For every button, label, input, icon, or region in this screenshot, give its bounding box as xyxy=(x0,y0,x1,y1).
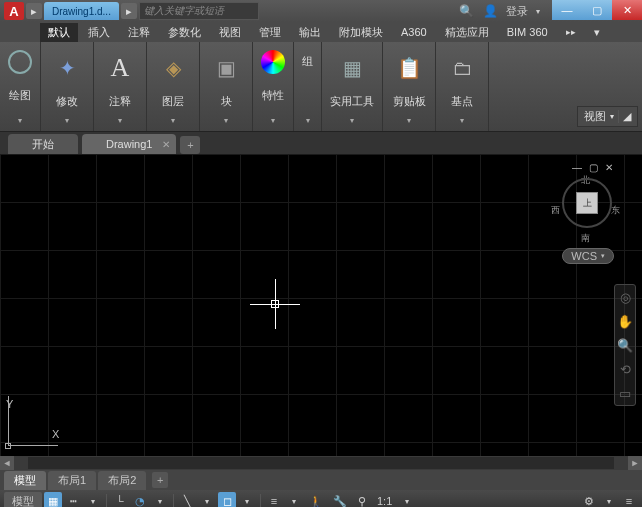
search-input[interactable]: 键入关键字或短语 xyxy=(139,2,259,20)
text-icon: A xyxy=(102,50,138,86)
new-tab-button[interactable]: + xyxy=(180,136,200,154)
maximize-button[interactable]: ▢ xyxy=(582,0,612,20)
panel-group[interactable]: 组▾ xyxy=(294,42,322,131)
scroll-left-icon[interactable]: ◄ xyxy=(0,456,14,470)
viewcube-top-face[interactable]: 上 xyxy=(576,192,598,214)
tab-insert[interactable]: 插入 xyxy=(80,23,118,42)
tab-featured[interactable]: 精选应用 xyxy=(437,23,497,42)
qat-dropdown[interactable]: ▸ xyxy=(26,3,42,19)
osnap-button[interactable]: ◻ xyxy=(218,492,236,507)
navigation-bar: ◎ ✋ 🔍 ⟲ ▭ xyxy=(614,284,636,406)
wcs-badge[interactable]: WCS▾ xyxy=(562,248,614,264)
chevron-down-icon[interactable]: ▾ xyxy=(171,116,175,127)
customize-button[interactable]: ≡ xyxy=(620,492,638,507)
chevron-down-icon[interactable]: ▾ xyxy=(407,116,411,127)
snap-dropdown[interactable]: ▾ xyxy=(84,492,102,507)
chevron-down-icon[interactable]: ▾ xyxy=(18,116,22,127)
login-dropdown-icon[interactable]: ▾ xyxy=(536,7,540,16)
wrench-icon[interactable]: 🔧 xyxy=(329,492,351,507)
add-layout-button[interactable]: + xyxy=(152,472,168,488)
chevron-down-icon[interactable]: ▾ xyxy=(224,116,228,127)
viewport-minimize[interactable]: — xyxy=(570,160,584,174)
tab-model[interactable]: 模型 xyxy=(4,471,46,490)
tab-default[interactable]: 默认 xyxy=(40,23,78,42)
compass-south: 南 xyxy=(581,232,590,245)
isodraft-dropdown[interactable]: ▾ xyxy=(198,492,216,507)
viewport-close[interactable]: ✕ xyxy=(602,160,616,174)
tab-view[interactable]: 视图 xyxy=(211,23,249,42)
drawing-canvas[interactable]: Y X — ▢ ✕ 北 南 东 西 上 WCS▾ ◎ ✋ 🔍 ⟲ ▭ xyxy=(0,154,642,456)
settings-gear-icon[interactable]: ⚙ xyxy=(580,492,598,507)
file-tab-dropdown[interactable]: ▸ xyxy=(121,3,137,19)
viewport-maximize[interactable]: ▢ xyxy=(586,160,600,174)
ortho-mode-button[interactable]: └ xyxy=(111,492,129,507)
orbit-icon[interactable]: ⟲ xyxy=(617,361,633,377)
search-icon[interactable]: 🔍 xyxy=(458,3,474,19)
tab-drawing1[interactable]: Drawing1✕ xyxy=(82,134,176,154)
chevron-down-icon[interactable]: ▾ xyxy=(118,116,122,127)
folder-icon: 🗀 xyxy=(444,50,480,86)
grid-display-button[interactable]: ▦ xyxy=(44,492,62,507)
user-icon[interactable]: 👤 xyxy=(482,3,498,19)
panel-utilities[interactable]: ▦实用工具▾ xyxy=(322,42,383,131)
chevron-down-icon[interactable]: ▾ xyxy=(306,116,310,127)
close-icon[interactable]: ✕ xyxy=(162,139,170,150)
panel-block[interactable]: ▣块▾ xyxy=(200,42,253,131)
tab-bim360[interactable]: BIM 360 xyxy=(499,24,556,40)
tab-layout1[interactable]: 布局1 xyxy=(48,471,96,490)
chevron-down-icon[interactable]: ▾ xyxy=(460,116,464,127)
minimize-button[interactable]: — xyxy=(552,0,582,20)
compass-west: 西 xyxy=(551,204,560,217)
lineweight-button[interactable]: ≡ xyxy=(265,492,283,507)
tab-annotate[interactable]: 注释 xyxy=(120,23,158,42)
panel-basepoint[interactable]: 🗀基点▾ xyxy=(436,42,489,131)
showmotion-icon[interactable]: ▭ xyxy=(617,385,633,401)
horizontal-scrollbar[interactable]: ◄ ► xyxy=(0,456,642,470)
panel-layers[interactable]: ◈图层▾ xyxy=(147,42,200,131)
view-dropdown[interactable]: 视图▾◢ xyxy=(577,106,638,127)
steering-wheel-icon[interactable]: ◎ xyxy=(617,289,633,305)
snap-mode-button[interactable]: ┅ xyxy=(64,492,82,507)
tab-more[interactable]: ▾ xyxy=(586,24,608,41)
app-logo[interactable]: A xyxy=(4,2,24,20)
statusbar: 模型 ▦ ┅ ▾ └ ◔ ▾ ╲ ▾ ◻ ▾ ≡ ▾ 🚶 🔧 ⚲ 1:1 ▾ ⚙… xyxy=(0,490,642,507)
panel-annotate[interactable]: A注释▾ xyxy=(94,42,147,131)
panel-clipboard[interactable]: 📋剪贴板▾ xyxy=(383,42,436,131)
tab-overflow[interactable]: ▸▸ xyxy=(558,25,584,39)
polar-dropdown[interactable]: ▾ xyxy=(151,492,169,507)
annotation-monitor-icon[interactable]: ⚲ xyxy=(353,492,371,507)
tab-manage[interactable]: 管理 xyxy=(251,23,289,42)
chevron-down-icon[interactable]: ▾ xyxy=(65,116,69,127)
scale-dropdown[interactable]: ▾ xyxy=(398,492,416,507)
viewcube[interactable]: 上 xyxy=(562,178,612,228)
tab-addins[interactable]: 附加模块 xyxy=(331,23,391,42)
scroll-track[interactable] xyxy=(28,457,614,469)
pan-icon[interactable]: ✋ xyxy=(617,313,633,329)
panel-modify[interactable]: ✦修改▾ xyxy=(41,42,94,131)
isodraft-button[interactable]: ╲ xyxy=(178,492,196,507)
ribbon-tabs: 默认 插入 注释 参数化 视图 管理 输出 附加模块 A360 精选应用 BIM… xyxy=(0,22,642,42)
zoom-icon[interactable]: 🔍 xyxy=(617,337,633,353)
scroll-right-icon[interactable]: ► xyxy=(628,456,642,470)
panel-properties[interactable]: 特性▾ xyxy=(253,42,294,131)
tab-parametric[interactable]: 参数化 xyxy=(160,23,209,42)
tab-a360[interactable]: A360 xyxy=(393,24,435,40)
clipboard-icon: 📋 xyxy=(391,50,427,86)
block-icon: ▣ xyxy=(208,50,244,86)
panel-draw[interactable]: 绘图▾ xyxy=(0,42,41,131)
chevron-down-icon[interactable]: ▾ xyxy=(271,116,275,127)
tab-layout2[interactable]: 布局2 xyxy=(98,471,146,490)
tab-start[interactable]: 开始 xyxy=(8,134,78,154)
chevron-down-icon[interactable]: ▾ xyxy=(350,116,354,127)
scale-label[interactable]: 1:1 xyxy=(373,492,396,507)
lineweight-dropdown[interactable]: ▾ xyxy=(285,492,303,507)
close-button[interactable]: ✕ xyxy=(612,0,642,20)
tab-output[interactable]: 输出 xyxy=(291,23,329,42)
workspace-dropdown[interactable]: ▾ xyxy=(600,492,618,507)
current-file-tab[interactable]: Drawing1.d... xyxy=(44,2,119,20)
login-label[interactable]: 登录 xyxy=(506,4,528,19)
running-man-icon[interactable]: 🚶 xyxy=(305,492,327,507)
status-model-button[interactable]: 模型 xyxy=(4,492,42,507)
osnap-dropdown[interactable]: ▾ xyxy=(238,492,256,507)
polar-tracking-button[interactable]: ◔ xyxy=(131,492,149,507)
